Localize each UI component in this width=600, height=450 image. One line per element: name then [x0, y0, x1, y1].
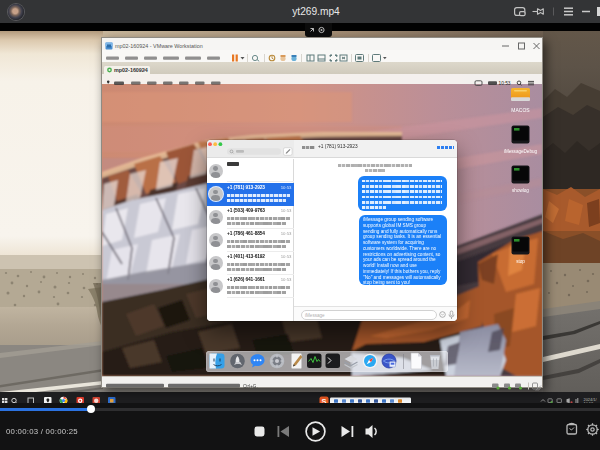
svg-text:iMessageDebug: iMessageDebug	[504, 149, 538, 154]
svg-text:mp02-160924 - VMware Workstati: mp02-160924 - VMware Workstation	[115, 43, 203, 49]
svg-text:mp02-160924: mp02-160924	[114, 67, 148, 73]
svg-text:MACOS: MACOS	[511, 107, 530, 113]
svg-text:showlog: showlog	[512, 188, 529, 193]
svg-text:stop: stop	[516, 259, 525, 264]
svg-text:Ctrl+G.: Ctrl+G.	[243, 384, 258, 389]
